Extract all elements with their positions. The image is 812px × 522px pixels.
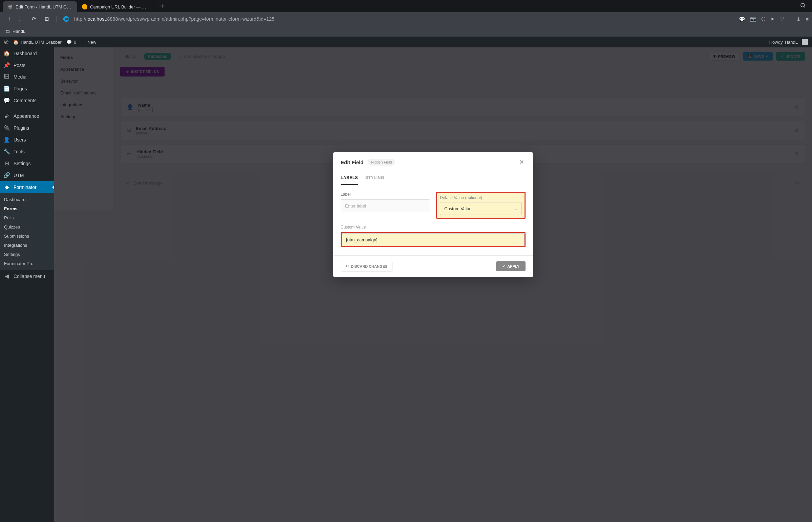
default-value-select[interactable]: Custom Value ⌄	[440, 202, 522, 215]
menu-media[interactable]: 🎞Media	[0, 71, 54, 83]
page-icon: 📄	[3, 85, 10, 92]
submenu-polls[interactable]: Polls	[0, 213, 54, 222]
submenu-quizzes[interactable]: Quizzes	[0, 222, 54, 232]
menu-label: Users	[14, 137, 26, 142]
discard-button[interactable]: ↻ DISCARD CHANGES	[341, 261, 393, 272]
submenu-forms[interactable]: Forms	[0, 204, 54, 213]
menu-pages[interactable]: 📄Pages	[0, 83, 54, 95]
forward-button[interactable]: 〉	[16, 16, 26, 22]
url-field[interactable]: http://localhost:8888/wordpress/wp-admin…	[74, 16, 735, 22]
tab-labels[interactable]: LABELS	[341, 172, 358, 185]
comments-link[interactable]: 💬 0	[66, 40, 76, 45]
modal-tabs: LABELS STYLING	[333, 172, 533, 185]
bookmark-item[interactable]: HandL	[13, 29, 25, 34]
send-icon[interactable]: ➤	[770, 16, 775, 22]
custom-value-input[interactable]	[342, 233, 524, 246]
tab-search-icon[interactable]	[796, 2, 809, 10]
menu-posts[interactable]: 📌Posts	[0, 59, 54, 71]
menu-label: Posts	[14, 63, 25, 68]
menu-label: Appearance	[14, 114, 39, 119]
url-scheme: http://	[74, 16, 86, 22]
home-icon: 🏠	[13, 40, 19, 45]
heart-icon[interactable]: ♡	[779, 16, 784, 22]
reload-button[interactable]: ⟳	[29, 16, 39, 22]
menu-label: Comments	[14, 98, 37, 103]
menu-dashboard[interactable]: 🏠Dashboard	[0, 47, 54, 59]
menu-label: Dashboard	[14, 51, 37, 56]
folder-icon: 🗀	[5, 29, 10, 34]
submenu-pro[interactable]: Forminator Pro	[0, 259, 54, 268]
brush-icon: 🖌	[3, 113, 10, 119]
new-label: New	[87, 40, 96, 45]
label-input[interactable]	[341, 199, 430, 212]
close-icon[interactable]: ✕	[517, 158, 526, 166]
modal-body: Label Default Value (optional) Custom Va…	[333, 185, 533, 255]
sliders-icon: ⊞	[3, 160, 10, 166]
apply-label: APPLY	[507, 264, 519, 268]
browser-tab[interactable]: Campaign URL Builder — Googl	[77, 1, 152, 12]
plug-icon: 🔌	[3, 125, 10, 131]
user-icon: 👤	[3, 136, 10, 143]
divider	[56, 16, 57, 22]
media-icon: 🎞	[3, 74, 10, 80]
new-content-link[interactable]: ＋ New	[81, 39, 96, 45]
svg-point-0	[801, 3, 805, 7]
submenu-settings[interactable]: Settings	[0, 250, 54, 259]
menu-comments[interactable]: 💬Comments	[0, 95, 54, 106]
wp-logo-icon[interactable]: ⓦ	[4, 39, 8, 45]
address-bar: 〈 〉 ⟳ ⊞ 🌐 http://localhost:8888/wordpres…	[0, 12, 812, 26]
avatar	[802, 39, 808, 45]
menu-label: UTM	[14, 173, 24, 178]
comment-icon: 💬	[3, 97, 10, 104]
content-area: Fields Appearance Behavior Email Notific…	[54, 47, 812, 522]
download-icon[interactable]: ⤓	[796, 16, 801, 22]
discard-label: DISCARD CHANGES	[351, 264, 388, 268]
modal-title: Edit Field	[341, 159, 364, 165]
menu-forminator[interactable]: ◆Forminator	[0, 181, 54, 193]
collapse-icon: ◀	[3, 273, 10, 279]
divider	[154, 3, 154, 9]
menu-label: Pages	[14, 86, 27, 92]
dashboard-icon: 🏠	[3, 50, 10, 57]
menu-settings[interactable]: ⊞Settings	[0, 157, 54, 169]
modal-header: Edit Field Hidden Field ✕	[333, 152, 533, 172]
menu-tools[interactable]: 🔧Tools	[0, 145, 54, 157]
apply-button[interactable]: ✓ APPLY	[496, 261, 526, 271]
default-value-label: Default Value (optional)	[440, 195, 482, 200]
menu-icon[interactable]: ≡	[806, 16, 809, 22]
site-info-icon[interactable]: 🌐	[61, 16, 71, 22]
custom-value-label: Custom Value	[341, 225, 526, 229]
menu-label: Plugins	[14, 125, 29, 130]
back-button[interactable]: 〈	[3, 16, 13, 22]
link-icon: 🔗	[3, 172, 10, 178]
comment-icon: 💬	[66, 40, 72, 45]
modal-footer: ↻ DISCARD CHANGES ✓ APPLY	[333, 255, 533, 277]
tab-title: Edit Form ‹ HandL UTM Grabbe	[16, 4, 73, 9]
undo-icon: ↻	[346, 264, 349, 268]
speed-dial-icon[interactable]: ⊞	[42, 16, 52, 22]
collapse-menu[interactable]: ◀Collapse menu	[0, 270, 54, 282]
tab-styling[interactable]: STYLING	[365, 172, 384, 185]
tab-title: Campaign URL Builder — Googl	[90, 4, 147, 9]
modal-container: Edit Field Hidden Field ✕ LABELS STYLING…	[54, 47, 812, 522]
menu-utm[interactable]: 🔗UTM	[0, 169, 54, 181]
site-link[interactable]: 🏠 HandL UTM Grabber	[13, 40, 62, 45]
shield-icon[interactable]: ⬡	[761, 16, 766, 22]
comments-count: 0	[74, 40, 76, 45]
account-link[interactable]: Howdy, HandL	[769, 39, 808, 45]
chat-icon[interactable]: 💬	[739, 16, 745, 22]
browser-tab-active[interactable]: ⓦ Edit Form ‹ HandL UTM Grabbe	[3, 1, 77, 12]
menu-label: Forminator	[14, 184, 37, 190]
pin-icon: 📌	[3, 62, 10, 68]
howdy-text: Howdy, HandL	[769, 40, 798, 45]
menu-plugins[interactable]: 🔌Plugins	[0, 122, 54, 134]
forminator-submenu: Dashboard Forms Polls Quizzes Submission…	[0, 193, 54, 270]
snapshot-icon[interactable]: 📷	[750, 16, 756, 22]
new-tab-button[interactable]: +	[156, 2, 168, 10]
menu-users[interactable]: 👤Users	[0, 134, 54, 145]
submenu-submissions[interactable]: Submissions	[0, 232, 54, 241]
select-value: Custom Value	[444, 206, 472, 211]
submenu-integrations[interactable]: Integrations	[0, 241, 54, 250]
submenu-dashboard[interactable]: Dashboard	[0, 195, 54, 204]
menu-appearance[interactable]: 🖌Appearance	[0, 111, 54, 122]
